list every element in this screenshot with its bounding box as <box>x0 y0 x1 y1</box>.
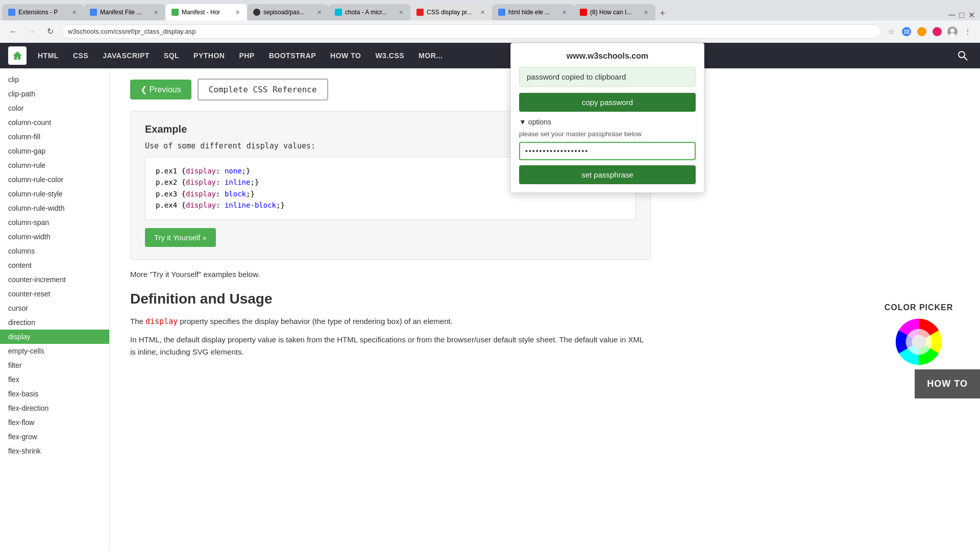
nav-w3css[interactable]: W3.CSS <box>368 47 411 64</box>
sidebar-item-column-rule-width[interactable]: column-rule-width <box>0 201 109 215</box>
code-prop: display <box>186 190 216 198</box>
copy-password-button[interactable]: copy password <box>519 93 696 112</box>
tab-close-btn[interactable]: ✕ <box>398 8 404 17</box>
tab-css-display[interactable]: CSS display pr... ✕ <box>410 4 492 20</box>
tab-favicon <box>416 9 424 16</box>
sidebar-item-color[interactable]: color <box>0 101 109 115</box>
sidebar-item-flex-grow[interactable]: flex-grow <box>0 430 109 444</box>
sidebar-item-content[interactable]: content <box>0 258 109 272</box>
tab-close-btn[interactable]: ✕ <box>153 8 159 17</box>
tab-sepisoad[interactable]: sepisoad/pas... ✕ <box>247 4 329 20</box>
sidebar-item-flex-flow[interactable]: flex-flow <box>0 415 109 430</box>
tab-favicon <box>8 9 15 16</box>
code-selector: p.ex4 { <box>156 201 186 209</box>
sidebar-item-column-width[interactable]: column-width <box>0 230 109 244</box>
passphrase-input[interactable] <box>519 142 696 160</box>
sidebar-item-column-span[interactable]: column-span <box>0 215 109 230</box>
menu-icon[interactable]: ⋮ <box>962 26 974 38</box>
sidebar-item-column-count[interactable]: column-count <box>0 115 109 130</box>
extension-icon-2[interactable] <box>916 26 928 38</box>
sidebar-item-flex[interactable]: flex <box>0 372 109 387</box>
sidebar-item-display[interactable]: display <box>0 330 109 344</box>
tab-favicon <box>498 9 505 16</box>
tab-html-hide[interactable]: html hide ele ... ✕ <box>492 4 574 20</box>
sidebar-item-column-rule-color[interactable]: column-rule-color <box>0 172 109 187</box>
options-label: options <box>528 118 551 126</box>
extension-icon-3[interactable] <box>931 26 943 38</box>
sidebar-item-column-gap[interactable]: column-gap <box>0 144 109 158</box>
w3-search-button[interactable] <box>953 46 972 65</box>
restore-button[interactable]: □ <box>959 11 964 20</box>
svg-point-6 <box>949 33 955 37</box>
w3-home-button[interactable] <box>8 46 27 65</box>
bookmark-icon[interactable]: ☆ <box>885 26 897 38</box>
tab-close-btn[interactable]: ✕ <box>479 8 486 17</box>
avatar-icon[interactable] <box>946 26 959 38</box>
code-val: inline <box>225 178 251 186</box>
reload-button[interactable]: ↻ <box>43 24 57 39</box>
svg-point-5 <box>950 29 954 33</box>
sidebar-item-column-rule-style[interactable]: column-rule-style <box>0 187 109 201</box>
sidebar-item-clip-path[interactable]: clip-path <box>0 87 109 101</box>
nav-more[interactable]: MOR... <box>411 47 450 64</box>
sidebar-item-columns[interactable]: columns <box>0 244 109 258</box>
color-picker-label: COLOR PICKER <box>878 303 960 312</box>
tab-chota[interactable]: chota - A micr... ✕ <box>329 4 410 20</box>
forward-button[interactable]: → <box>24 24 39 39</box>
tab-manifest-file[interactable]: Manifest File ... ✕ <box>84 4 165 20</box>
tab-close-btn[interactable]: ✕ <box>561 8 568 17</box>
tab-close-btn[interactable]: ✕ <box>643 8 649 17</box>
copied-text: password copied to clipboard <box>527 72 626 81</box>
code-selector: p.ex3 { <box>156 190 186 198</box>
sidebar-item-empty-cells[interactable]: empty-cells <box>0 344 109 358</box>
sidebar-item-column-rule[interactable]: column-rule <box>0 158 109 172</box>
tab-favicon <box>253 9 260 16</box>
def-para-1-after: property specifies the display behavior … <box>178 317 453 325</box>
sidebar-item-cursor[interactable]: cursor <box>0 301 109 315</box>
sidebar-item-clip[interactable]: clip <box>0 72 109 87</box>
nav-php[interactable]: PHP <box>232 47 261 64</box>
more-examples-text: More "Try it Yourself" examples below. <box>130 270 651 279</box>
tab-manifest-hor[interactable]: Manifest - Hor ✕ <box>165 4 247 20</box>
code-prop: display <box>186 201 216 209</box>
tab-how-can[interactable]: (8) How can I... ✕ <box>574 4 655 20</box>
definition-para-2: In HTML, the default display property va… <box>130 334 651 358</box>
minimize-button[interactable]: ─ <box>949 10 955 20</box>
color-picker-widget[interactable]: COLOR PICKER <box>878 303 960 369</box>
how-to-widget[interactable]: HOW TO <box>915 369 980 398</box>
complete-css-reference-button[interactable]: Complete CSS Reference <box>198 79 328 101</box>
sidebar-item-flex-basis[interactable]: flex-basis <box>0 387 109 401</box>
nav-javascript[interactable]: JAVASCRIPT <box>95 47 157 64</box>
sidebar-item-flex-direction[interactable]: flex-direction <box>0 401 109 415</box>
nav-sql[interactable]: SQL <box>157 47 186 64</box>
code-selector: p.ex2 { <box>156 178 186 186</box>
passphrase-hint: please set your master passphrase below <box>519 130 696 138</box>
close-button[interactable]: ✕ <box>968 10 975 20</box>
extension-icon-1[interactable]: 10 <box>900 26 913 38</box>
previous-button[interactable]: ❮ Previous <box>130 80 191 99</box>
sidebar-item-counter-reset[interactable]: counter-reset <box>0 287 109 301</box>
tab-favicon <box>335 9 342 16</box>
tab-close-btn[interactable]: ✕ <box>234 8 241 17</box>
sidebar-item-flex-shrink[interactable]: flex-shrink <box>0 444 109 458</box>
tab-extensions[interactable]: Extensions - P ✕ <box>2 4 84 20</box>
nav-howto[interactable]: HOW TO <box>323 47 368 64</box>
nav-bootstrap[interactable]: BOOTSTRAP <box>262 47 323 64</box>
set-passphrase-button[interactable]: set passphrase <box>519 165 696 184</box>
color-picker-hex-svg[interactable] <box>893 316 944 367</box>
new-tab-button[interactable]: + <box>655 6 670 20</box>
tab-close-btn[interactable]: ✕ <box>71 8 78 17</box>
nav-css[interactable]: CSS <box>66 47 95 64</box>
sidebar-item-counter-increment[interactable]: counter-increment <box>0 272 109 287</box>
sidebar-item-direction[interactable]: direction <box>0 315 109 330</box>
address-bar[interactable]: w3schools.com/cssref/pr_class_display.as… <box>61 24 881 39</box>
password-popup: www.w3schools.com password copied to cli… <box>510 43 704 193</box>
sidebar-item-column-fill[interactable]: column-fill <box>0 130 109 144</box>
nav-python[interactable]: PYTHON <box>186 47 232 64</box>
options-row[interactable]: ▼ options <box>519 118 696 126</box>
nav-html[interactable]: HTML <box>31 47 66 64</box>
try-it-yourself-button[interactable]: Try it Yourself » <box>145 228 216 247</box>
tab-close-btn[interactable]: ✕ <box>316 8 323 17</box>
back-button[interactable]: ← <box>6 24 20 39</box>
sidebar-item-filter[interactable]: filter <box>0 358 109 372</box>
